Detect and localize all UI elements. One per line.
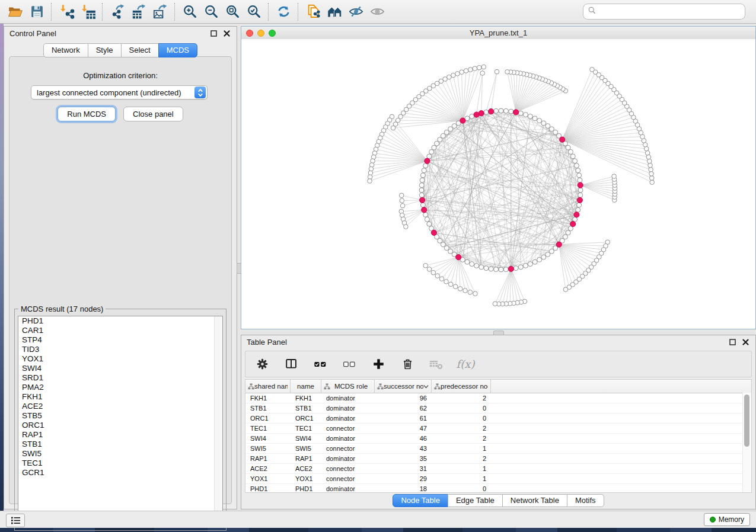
table-cell-name: ACE2 xyxy=(291,464,321,473)
add-icon[interactable] xyxy=(371,357,385,371)
application-window: Control Panel NetworkStyleSelectMCDS Opt… xyxy=(0,0,756,532)
column-header-successor-nodes[interactable]: successor nodes xyxy=(375,380,432,393)
mcds-result-item[interactable]: CAR1 xyxy=(18,326,222,335)
float-panel-icon[interactable] xyxy=(209,29,218,39)
open-folder-icon[interactable] xyxy=(5,2,26,22)
table-panel-titlebar: Table Panel xyxy=(241,335,755,349)
criterion-dropdown[interactable]: largest connected component (undirected) xyxy=(31,85,208,100)
memory-label: Memory xyxy=(719,515,744,524)
close-panel-button[interactable]: Close panel xyxy=(123,107,183,121)
clone-network-icon[interactable] xyxy=(302,2,324,22)
table-row[interactable]: SWI5SWI5connector431 xyxy=(245,444,751,454)
tab-edge-table[interactable]: Edge Table xyxy=(448,494,503,507)
hide-details-icon[interactable] xyxy=(345,2,366,22)
gear-icon[interactable] xyxy=(255,357,269,371)
show-details-icon[interactable] xyxy=(366,2,388,22)
save-icon[interactable] xyxy=(26,2,47,22)
delete-table-icon xyxy=(429,357,444,371)
optimization-criterion-label: Optimization criterion: xyxy=(9,71,231,80)
table-cell-name: RAP1 xyxy=(291,454,321,463)
float-panel-icon[interactable] xyxy=(728,338,737,347)
zoom-out-icon[interactable] xyxy=(200,2,222,22)
mcds-result-item[interactable]: PHD1 xyxy=(18,316,222,326)
column-header-name[interactable]: name xyxy=(291,380,321,393)
mcds-result-list: PHD1CAR1STP4TID3YOX1SWI4SRD1PMA2FKH1ACE2… xyxy=(18,316,223,518)
zoom-in-icon[interactable] xyxy=(179,2,200,22)
tab-motifs[interactable]: Motifs xyxy=(567,494,604,507)
close-panel-icon[interactable] xyxy=(741,338,750,347)
mcds-result-item[interactable]: YOX1 xyxy=(18,354,222,364)
control-panel: Control Panel NetworkStyleSelectMCDS Opt… xyxy=(4,26,237,509)
mcds-result-group: MCDS result (17 nodes) PHD1CAR1STP4TID3Y… xyxy=(14,305,227,531)
table-row[interactable]: ORC1ORC1dominator610 xyxy=(245,414,751,424)
deselect-all-icon[interactable] xyxy=(342,357,356,371)
mcds-result-item[interactable]: FKH1 xyxy=(18,392,222,402)
close-panel-icon[interactable] xyxy=(222,29,231,39)
zoom-selected-icon[interactable] xyxy=(243,2,264,22)
mcds-result-item[interactable]: SWI4 xyxy=(18,364,222,373)
criterion-value: largest connected component (undirected) xyxy=(37,88,181,97)
network-search-icon[interactable] xyxy=(324,2,345,22)
zoom-fit-icon[interactable] xyxy=(222,2,243,22)
table-cell-name: TEC1 xyxy=(291,424,321,433)
table-cell-name: SWI4 xyxy=(291,434,321,443)
mcds-result-item[interactable]: STB1 xyxy=(18,440,222,449)
import-table-icon[interactable] xyxy=(77,2,98,22)
table-row[interactable]: RAP1RAP1dominator352 xyxy=(245,454,751,464)
mcds-result-item[interactable]: ORC1 xyxy=(18,421,222,430)
network-window-titlebar: YPA_prune.txt_1 xyxy=(241,27,755,40)
tab-style[interactable]: Style xyxy=(88,43,122,57)
mcds-list-scrollbar[interactable] xyxy=(214,316,222,518)
tab-node-table[interactable]: Node Table xyxy=(393,494,448,507)
table-row[interactable]: STB1STB1dominator620 xyxy=(245,403,751,414)
table-cell-shared_name: RAP1 xyxy=(245,454,291,463)
table-cell-predecessors: 2 xyxy=(432,434,491,443)
show-panels-menu-button[interactable] xyxy=(6,514,25,527)
table-cell-successors: 47 xyxy=(375,424,432,433)
table-row[interactable]: SWI4SWI4dominator462 xyxy=(245,434,751,444)
mcds-result-item[interactable]: STB5 xyxy=(18,411,222,421)
table-row[interactable]: YOX1YOX1connector291 xyxy=(245,474,751,484)
table-scrollbar-thumb[interactable] xyxy=(744,395,749,447)
table-row[interactable]: PHD1PHD1dominator180 xyxy=(245,484,751,493)
table-row[interactable]: TEC1TEC1connector472 xyxy=(245,424,751,434)
network-canvas[interactable] xyxy=(241,39,755,329)
mcds-result-title: MCDS result (17 nodes) xyxy=(18,305,106,313)
column-header-predecessor-nodes[interactable]: predecessor nodes xyxy=(432,380,491,393)
mcds-result-item[interactable]: ACE2 xyxy=(18,402,222,411)
refresh-icon[interactable] xyxy=(273,2,294,22)
table-cell-successors: 35 xyxy=(375,454,432,463)
mcds-result-item[interactable]: SRD1 xyxy=(18,373,222,383)
delete-icon[interactable] xyxy=(400,357,414,371)
table-cell-role: dominator xyxy=(321,393,375,403)
global-search-box[interactable] xyxy=(583,4,745,20)
search-input[interactable] xyxy=(596,5,745,18)
tab-network[interactable]: Network xyxy=(43,43,88,57)
import-network-icon[interactable] xyxy=(56,2,77,22)
mcds-result-item[interactable]: TEC1 xyxy=(18,459,222,468)
toolbar-separator xyxy=(102,3,103,21)
table-row[interactable]: ACE2ACE2connector311 xyxy=(245,464,751,474)
mcds-result-item[interactable]: TID3 xyxy=(18,345,222,354)
select-all-icon[interactable] xyxy=(313,357,327,371)
tab-select[interactable]: Select xyxy=(121,43,159,57)
mcds-result-item[interactable]: STP4 xyxy=(18,335,222,345)
tab-mcds[interactable]: MCDS xyxy=(158,43,197,57)
export-image-icon[interactable] xyxy=(149,2,171,22)
mcds-result-item[interactable]: RAP1 xyxy=(18,430,222,440)
column-header-MCDS-role[interactable]: MCDS role xyxy=(321,380,375,393)
split-columns-icon[interactable] xyxy=(284,357,298,371)
table-cell-name: STB1 xyxy=(291,403,321,413)
column-header-shared-name[interactable]: shared name xyxy=(245,380,291,393)
table-row[interactable]: FKH1FKH1dominator962 xyxy=(245,393,751,403)
memory-button[interactable]: Memory xyxy=(704,513,750,526)
run-mcds-button[interactable]: Run MCDS xyxy=(58,107,116,121)
tab-network-table[interactable]: Network Table xyxy=(502,494,567,507)
export-table-icon[interactable] xyxy=(128,2,149,22)
mcds-result-item[interactable]: SWI5 xyxy=(18,449,222,459)
table-cell-role: connector xyxy=(321,474,375,483)
export-network-icon[interactable] xyxy=(107,2,128,22)
table-scrollbar[interactable] xyxy=(742,393,751,492)
mcds-result-item[interactable]: PMA2 xyxy=(18,383,222,392)
mcds-result-item[interactable]: GCR1 xyxy=(18,468,222,477)
